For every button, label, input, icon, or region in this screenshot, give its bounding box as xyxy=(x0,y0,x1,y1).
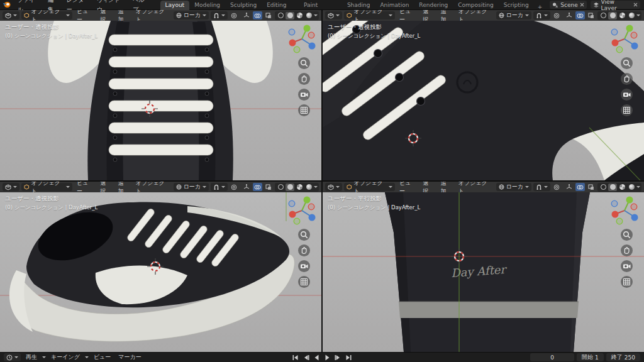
play-reverse-button[interactable] xyxy=(312,353,322,361)
play-button[interactable] xyxy=(323,353,333,361)
editor-type-button[interactable] xyxy=(325,183,342,191)
show-overlays-icon[interactable] xyxy=(253,11,262,19)
camera-view-icon[interactable] xyxy=(621,89,633,101)
proportional-edit-icon[interactable] xyxy=(230,11,238,19)
unlink-view-layer-icon[interactable] xyxy=(633,3,638,7)
viewport-canvas[interactable]: ユーザー・透視投影 (0) シーンコレクション | DayAfter_L xyxy=(0,21,321,180)
orientation-dropdown[interactable]: ローカ xyxy=(174,183,209,191)
tab-animation[interactable]: Animation xyxy=(375,1,414,10)
perspective-toggle-icon[interactable] xyxy=(298,104,310,116)
mode-dropdown[interactable]: オブジェクト xyxy=(21,11,72,19)
snap-dropdown[interactable] xyxy=(211,183,228,191)
tab-layout[interactable]: Layout xyxy=(160,1,190,10)
navigation-gizmo[interactable] xyxy=(287,196,316,225)
snap-dropdown[interactable] xyxy=(533,183,550,191)
scene-selector[interactable]: Scene xyxy=(550,1,586,9)
move-view-hand-icon[interactable] xyxy=(298,244,310,256)
material-shading-icon[interactable] xyxy=(618,12,626,19)
orientation-dropdown[interactable]: ローカ xyxy=(496,11,531,19)
tab-compositing[interactable]: Compositing xyxy=(453,1,498,10)
jump-to-start-button[interactable] xyxy=(291,353,301,361)
xray-toggle-icon[interactable] xyxy=(587,183,596,191)
viewport-canvas[interactable]: ユーザー・透視投影 (0) シーンコレクション | DayAfter_L xyxy=(0,192,321,352)
current-frame-field[interactable]: 0 xyxy=(530,353,574,361)
move-view-hand-icon[interactable] xyxy=(621,244,633,256)
solid-shading-icon[interactable] xyxy=(286,184,294,191)
show-overlays-icon[interactable] xyxy=(575,183,584,191)
material-shading-icon[interactable] xyxy=(618,184,626,191)
show-overlays-icon[interactable] xyxy=(253,183,262,191)
rendered-shading-icon[interactable] xyxy=(627,12,636,19)
tab-uv-editing[interactable]: UV Editing xyxy=(262,0,299,10)
xray-toggle-icon[interactable] xyxy=(264,183,273,191)
rendered-shading-icon[interactable] xyxy=(304,184,313,191)
frame-end-field[interactable]: 終了 250 xyxy=(606,353,640,361)
zoom-icon[interactable] xyxy=(298,57,310,69)
tab-scripting[interactable]: Scripting xyxy=(499,1,534,10)
camera-view-icon[interactable] xyxy=(621,260,633,272)
viewport-canvas[interactable]: ユーザー・透視投影 (0) シーンコレクション | DayAfter_L xyxy=(323,21,644,180)
proportional-edit-icon[interactable] xyxy=(552,183,561,191)
snap-dropdown[interactable] xyxy=(533,11,550,19)
solid-shading-icon[interactable] xyxy=(608,12,617,19)
prev-keyframe-button[interactable] xyxy=(301,353,311,361)
xray-toggle-icon[interactable] xyxy=(264,11,273,19)
show-overlays-icon[interactable] xyxy=(575,11,584,19)
zoom-icon[interactable] xyxy=(621,57,633,69)
editor-type-button[interactable] xyxy=(3,183,19,191)
camera-view-icon[interactable] xyxy=(298,89,310,101)
move-view-hand-icon[interactable] xyxy=(621,73,633,85)
move-view-hand-icon[interactable] xyxy=(298,73,310,85)
menu-marker[interactable]: マーカー xyxy=(116,353,143,361)
solid-shading-icon[interactable] xyxy=(608,184,617,191)
rendered-shading-icon[interactable] xyxy=(627,184,636,191)
frame-start-field[interactable]: 開始 1 xyxy=(577,353,604,361)
scene-shoe-sole-view[interactable]: Day After xyxy=(323,192,644,352)
wireframe-shading-icon[interactable] xyxy=(599,12,608,19)
show-gizmo-icon[interactable] xyxy=(565,11,574,19)
show-gizmo-icon[interactable] xyxy=(242,11,251,19)
mode-dropdown[interactable]: オブジェクト xyxy=(21,183,72,191)
perspective-toggle-icon[interactable] xyxy=(621,276,633,288)
xray-toggle-icon[interactable] xyxy=(587,11,596,19)
viewport-canvas[interactable]: Day After ユーザー・平行投影 (0) シーンコレクション | DayA… xyxy=(323,192,644,352)
midsole-band[interactable] xyxy=(399,302,579,318)
tab-sculpting[interactable]: Sculpting xyxy=(225,1,262,10)
snap-dropdown[interactable] xyxy=(211,11,228,19)
editor-type-button[interactable] xyxy=(3,11,19,19)
menu-timeline-view[interactable]: ビュー xyxy=(91,353,113,361)
perspective-toggle-icon[interactable] xyxy=(621,104,633,116)
orientation-dropdown[interactable]: ローカ xyxy=(174,11,209,19)
mode-dropdown[interactable]: オブジェクト xyxy=(344,11,395,19)
solid-shading-icon[interactable] xyxy=(286,12,294,19)
menu-playback[interactable]: 再生 xyxy=(23,353,40,361)
scene-shoe-three-quarter[interactable] xyxy=(0,192,321,352)
proportional-edit-icon[interactable] xyxy=(230,183,238,191)
next-keyframe-button[interactable] xyxy=(333,353,343,361)
mode-dropdown[interactable]: オブジェクト xyxy=(344,183,395,191)
blender-logo-icon[interactable] xyxy=(3,1,11,9)
material-shading-icon[interactable] xyxy=(295,12,304,19)
timeline-editor-type-button[interactable] xyxy=(4,353,21,361)
menu-keying[interactable]: キーイング xyxy=(48,353,82,361)
camera-view-icon[interactable] xyxy=(298,260,310,272)
unlink-scene-icon[interactable] xyxy=(580,3,584,7)
orientation-dropdown[interactable]: ローカ xyxy=(496,183,531,191)
view-layer-selector[interactable]: View Layer xyxy=(591,1,640,9)
wireframe-shading-icon[interactable] xyxy=(276,12,285,19)
perspective-toggle-icon[interactable] xyxy=(298,276,310,288)
show-gizmo-icon[interactable] xyxy=(242,183,251,191)
scene-shoe-top-view[interactable] xyxy=(0,21,321,180)
scene-shoe-side-closeup[interactable] xyxy=(323,21,644,180)
navigation-gizmo[interactable] xyxy=(610,196,639,225)
rendered-shading-icon[interactable] xyxy=(304,12,313,19)
zoom-icon[interactable] xyxy=(621,229,633,241)
editor-type-button[interactable] xyxy=(325,11,342,19)
tab-texture-paint[interactable]: Texture Paint xyxy=(299,0,342,10)
show-gizmo-icon[interactable] xyxy=(565,183,574,191)
tab-modeling[interactable]: Modeling xyxy=(189,1,225,10)
material-shading-icon[interactable] xyxy=(295,184,304,191)
tab-shading[interactable]: Shading xyxy=(342,1,375,10)
navigation-gizmo[interactable] xyxy=(610,25,639,53)
tab-rendering[interactable]: Rendering xyxy=(414,1,453,10)
